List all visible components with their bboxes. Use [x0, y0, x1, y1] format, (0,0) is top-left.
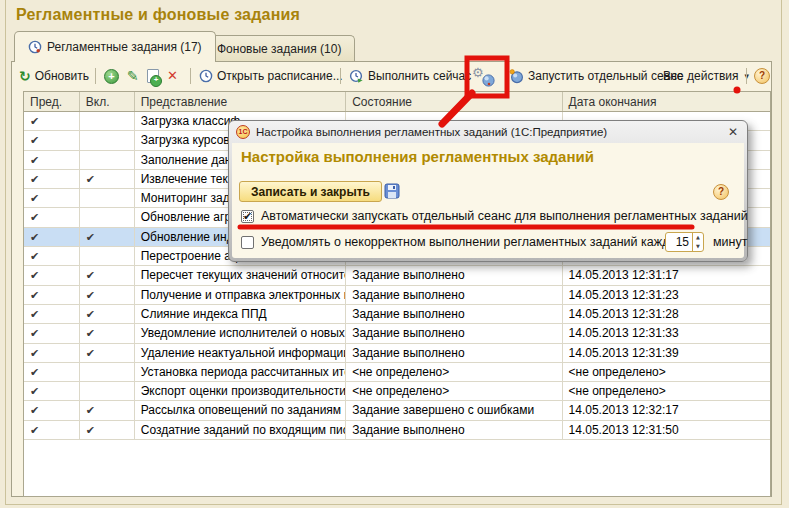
column-header-name[interactable]: Представление	[135, 92, 346, 111]
app-window: Регламентные и фоновые задания Регламент…	[0, 0, 789, 508]
run-separate-session-button[interactable]: Запустить отдельный сеанс	[508, 66, 684, 86]
cell-enabled: ✔	[80, 286, 135, 304]
toolbar-separator	[95, 68, 96, 84]
cell-predefined: ✔	[24, 421, 80, 439]
auto-session-row: ✔ Автоматически запускать отдельный сеан…	[241, 209, 748, 223]
cell-state: Задание выполнено	[346, 421, 562, 439]
cell-predefined: ✔	[24, 305, 80, 323]
column-header-vkl[interactable]: Вкл.	[80, 92, 135, 111]
open-schedule-button[interactable]: Открыть расписание...	[198, 66, 344, 86]
cell-name: Создатние заданий по входящим пись...	[135, 421, 346, 439]
cell-name: Слияние индекса ППД	[135, 305, 346, 323]
column-header-date[interactable]: Дата окончания	[563, 92, 770, 111]
separate-session-icon	[509, 69, 524, 84]
interval-spinner[interactable]: 15 ▲ ▼	[665, 232, 704, 252]
cell-state: Задание выполнено	[346, 344, 562, 362]
table-row[interactable]: ✔ ✔ Рассылка оповещений по заданиям Зада…	[24, 401, 770, 420]
cell-date: <не определено>	[563, 363, 770, 381]
notify-label: Уведомлять о некорректном выполнении рег…	[261, 235, 689, 249]
cell-enabled: ✔	[80, 228, 135, 246]
cell-date: 14.05.2013 12:31:50	[563, 421, 770, 439]
cell-enabled: ✔	[80, 266, 135, 284]
cell-date: 14.05.2013 12:31:23	[563, 286, 770, 304]
refresh-button[interactable]: ↻ Обновить	[18, 66, 90, 86]
table-row[interactable]: ✔ Установка периода рассчитанных ито... …	[24, 363, 770, 382]
tab-label: Регламентные задания (17)	[47, 40, 202, 54]
cell-state: <не определено>	[346, 382, 562, 400]
settings-dialog: 1С Настройка выполнения регламентных зад…	[228, 120, 748, 262]
cell-enabled: ✔	[80, 170, 135, 188]
tab-scheduled-jobs[interactable]: Регламентные задания (17)	[14, 31, 216, 62]
clock-icon	[28, 40, 42, 54]
tab-background-jobs[interactable]: Фоновые задания (10)	[203, 35, 355, 62]
all-actions-button[interactable]: Все действия ▾	[662, 66, 750, 86]
cell-predefined: ✔	[24, 189, 80, 207]
table-row[interactable]: ✔ ✔ Слияние индекса ППД Задание выполнен…	[24, 305, 770, 324]
delete-icon: ✕	[167, 69, 178, 83]
save-and-close-button[interactable]: Записать и закрыть	[239, 181, 382, 202]
cell-predefined: ✔	[24, 344, 80, 362]
cell-name: Пересчет текущих значений относител...	[135, 266, 346, 284]
cell-enabled	[80, 382, 135, 400]
cell-predefined: ✔	[24, 324, 80, 342]
column-header-pred[interactable]: Пред.	[24, 92, 80, 111]
cell-predefined: ✔	[24, 363, 80, 381]
cell-date: 14.05.2013 12:32:17	[563, 401, 770, 419]
column-header-state[interactable]: Состояние	[346, 92, 562, 111]
help-icon: ?	[754, 68, 770, 84]
cell-date: 14.05.2013 12:31:39	[563, 344, 770, 362]
cell-predefined: ✔	[24, 131, 80, 149]
dialog-titlebar[interactable]: 1С Настройка выполнения регламентных зад…	[229, 121, 747, 142]
cell-date: 14.05.2013 12:31:33	[563, 324, 770, 342]
page-title: Регламентные и фоновые задания	[16, 6, 300, 24]
add-button[interactable]: +	[103, 66, 120, 86]
table-row[interactable]: ✔ ✔ Создатние заданий по входящим пись..…	[24, 421, 770, 440]
cell-date: <не определено>	[563, 382, 770, 400]
cell-name: Установка периода рассчитанных ито...	[135, 363, 346, 381]
help-button[interactable]: ?	[753, 66, 771, 86]
dialog-body: Настройка выполнения регламентных задани…	[232, 143, 744, 258]
auto-session-checkbox[interactable]: ✔	[241, 210, 254, 223]
interval-value[interactable]: 15	[666, 233, 692, 251]
cell-state: Задание выполнено	[346, 324, 562, 342]
cell-predefined: ✔	[24, 228, 80, 246]
edit-button[interactable]: ✎	[126, 66, 140, 86]
cell-name: Рассылка оповещений по заданиям	[135, 401, 346, 419]
delete-button[interactable]: ✕	[166, 66, 179, 86]
table-row[interactable]: ✔ Экспорт оценки производительности <не …	[24, 382, 770, 401]
cell-predefined: ✔	[24, 247, 80, 265]
close-icon[interactable]: ✕	[726, 125, 740, 139]
table-row[interactable]: ✔ ✔ Получение и отправка электронных пи.…	[24, 286, 770, 305]
cell-name: Удаление неактуальной информации ...	[135, 344, 346, 362]
toolbar-separator	[340, 68, 341, 84]
save-icon[interactable]	[384, 183, 400, 199]
cell-state: Задание выполнено	[346, 286, 562, 304]
spinner-down-icon[interactable]: ▼	[693, 242, 703, 251]
cell-predefined: ✔	[24, 382, 80, 400]
cell-enabled	[80, 363, 135, 381]
dialog-title: Настройка выполнения регламентных задани…	[256, 126, 720, 138]
dialog-help-icon[interactable]: ?	[713, 184, 729, 200]
table-row[interactable]: ✔ ✔ Уведомление исполнителей о новых з..…	[24, 324, 770, 343]
cell-enabled	[80, 131, 135, 149]
configure-scheduled-run-button[interactable]: ⚙	[471, 66, 497, 86]
table-row[interactable]: ✔ ✔ Удаление неактуальной информации ...…	[24, 344, 770, 363]
notify-checkbox[interactable]	[241, 236, 254, 249]
cell-state: <не определено>	[346, 363, 562, 381]
cell-state: Задание выполнено	[346, 266, 562, 284]
table-row[interactable]: ✔ ✔ Пересчет текущих значений относител.…	[24, 266, 770, 285]
refresh-icon: ↻	[19, 69, 31, 83]
cell-name: Уведомление исполнителей о новых з...	[135, 324, 346, 342]
cell-predefined: ✔	[24, 112, 80, 130]
cell-enabled	[80, 247, 135, 265]
cell-name: Экспорт оценки производительности	[135, 382, 346, 400]
cell-predefined: ✔	[24, 151, 80, 169]
spinner-up-icon[interactable]: ▲	[693, 233, 703, 242]
copy-button[interactable]	[146, 66, 160, 86]
run-now-button[interactable]: Выполнить сейчас	[348, 66, 472, 86]
cell-predefined: ✔	[24, 286, 80, 304]
cell-state: Задание выполнено	[346, 305, 562, 323]
edit-pencil-icon: ✎	[127, 69, 139, 83]
1c-logo-icon: 1С	[236, 125, 250, 139]
run-now-icon	[349, 69, 364, 84]
